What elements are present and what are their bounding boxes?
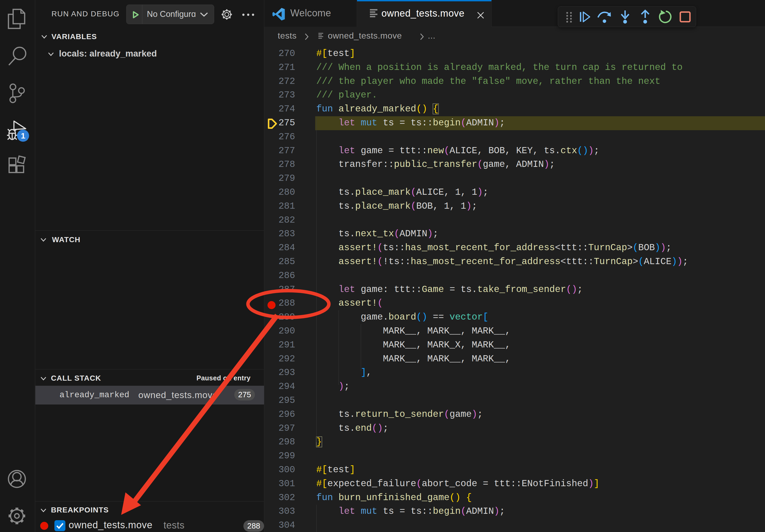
svg-text:1: 1	[21, 131, 25, 140]
